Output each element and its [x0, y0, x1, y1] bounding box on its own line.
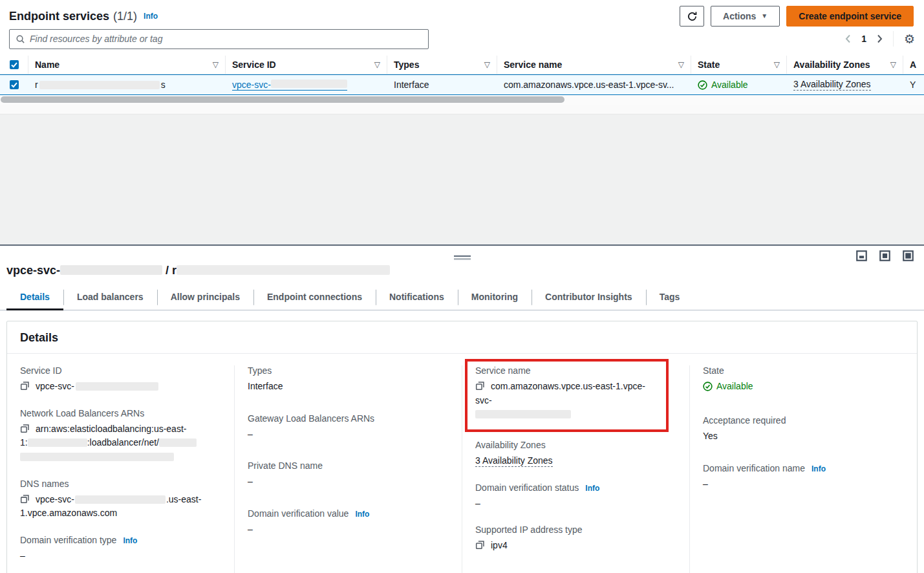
column-header-state[interactable]: State ▽: [691, 56, 787, 74]
table-settings-gear-icon[interactable]: ⚙: [904, 33, 915, 45]
field-label: Supported IP address type: [475, 524, 676, 535]
panel-size-medium-icon[interactable]: [879, 250, 890, 261]
availability-zones-detail-trigger[interactable]: 3 Availability Zones: [475, 455, 553, 467]
horizontal-scrollbar-thumb[interactable]: [1, 96, 564, 103]
filter-icon[interactable]: ▽: [678, 60, 684, 69]
column-header-name[interactable]: Name ▽: [28, 56, 226, 74]
tab-monitoring[interactable]: Monitoring: [458, 286, 532, 310]
search-box[interactable]: [9, 29, 429, 49]
field-value: –: [248, 475, 449, 489]
domain-verification-type-info-link[interactable]: Info: [123, 536, 137, 545]
redacted-service-name-tail: [475, 410, 571, 418]
domain-verification-value-info-link[interactable]: Info: [355, 510, 369, 519]
empty-background-area: [0, 114, 924, 244]
details-column-1: Service ID vpce-svc- Network Load Balanc…: [7, 365, 234, 573]
field-state: State Available: [703, 365, 904, 396]
tab-notifications[interactable]: Notifications: [376, 286, 458, 310]
filter-icon[interactable]: ▽: [213, 60, 219, 69]
nlb-arn-line2-prefix: 1:: [20, 437, 28, 448]
refresh-button[interactable]: [680, 6, 704, 27]
service-id-link[interactable]: vpce-svc-: [232, 80, 347, 91]
tab-load-balancers[interactable]: Load balancers: [63, 286, 157, 310]
table-row[interactable]: r s vpce-svc- Interface com.amazonaws.vp…: [0, 74, 924, 95]
copy-icon[interactable]: [475, 381, 485, 391]
field-availability-zones: Availability Zones 3 Availability Zones: [475, 440, 676, 468]
field-label: Private DNS name: [248, 460, 449, 471]
domain-verification-name-info-link[interactable]: Info: [811, 464, 826, 473]
field-value: Yes: [703, 429, 904, 444]
field-label: Service ID: [20, 365, 221, 376]
copy-icon[interactable]: [20, 424, 30, 433]
row-service-id-cell: vpce-svc-: [226, 80, 387, 91]
details-column-3: Service name com.amazonaws.vpce.us-east-…: [462, 365, 689, 573]
filter-icon[interactable]: ▽: [774, 60, 780, 69]
copy-icon[interactable]: [475, 540, 485, 550]
copy-icon[interactable]: [20, 381, 30, 391]
field-label: Gateway Load Balancers ARNs: [248, 413, 449, 424]
field-domain-verification-value: Domain verification value Info –: [248, 508, 449, 537]
detail-split-panel: vpce-svc- / r Details Load balancers All…: [0, 244, 924, 562]
field-label: Types: [248, 365, 449, 376]
tab-details[interactable]: Details: [6, 286, 63, 310]
previous-page-icon[interactable]: [845, 34, 851, 43]
select-all-checkbox[interactable]: [10, 60, 19, 69]
page-header: Endpoint services (1/1) Info Actions ▼ C…: [0, 0, 924, 28]
current-page-number[interactable]: 1: [861, 34, 866, 44]
field-label: Domain verification name: [703, 463, 805, 473]
tab-endpoint-connections[interactable]: Endpoint connections: [253, 286, 376, 310]
state-label: Available: [716, 380, 753, 394]
next-page-icon[interactable]: [877, 34, 883, 43]
nlb-arn-line2-mid: :loadbalancer/net/: [87, 437, 159, 448]
column-header-service-id[interactable]: Service ID ▽: [226, 56, 387, 74]
field-domain-verification-status: Domain verification status Info –: [475, 482, 676, 511]
redacted-arn-tail: [20, 453, 174, 461]
row-availability-zones-cell: 3 Availability Zones: [787, 79, 903, 91]
filter-icon[interactable]: ▽: [374, 60, 380, 69]
field-label: Acceptance required: [703, 415, 904, 426]
actions-button[interactable]: Actions ▼: [711, 6, 780, 27]
panel-size-large-icon[interactable]: [903, 250, 914, 261]
row-select-cell: [0, 80, 28, 89]
column-header-service-name[interactable]: Service name ▽: [497, 56, 691, 74]
caret-down-icon: ▼: [761, 13, 768, 19]
filter-icon[interactable]: ▽: [484, 60, 490, 69]
column-header-types[interactable]: Types ▽: [387, 56, 497, 74]
details-section-title: Details: [7, 321, 917, 354]
search-input[interactable]: [30, 34, 422, 44]
create-endpoint-service-button[interactable]: Create endpoint service: [786, 6, 914, 27]
filter-icon[interactable]: ▽: [890, 60, 896, 69]
search-row: 1 ⚙: [0, 28, 924, 56]
panel-title-name-prefix: r: [172, 264, 177, 277]
service-id-prefix: vpce-svc-: [232, 80, 271, 90]
dns-name-mid: .us-east-: [166, 494, 201, 504]
field-service-id: Service ID vpce-svc-: [20, 365, 221, 394]
field-value: –: [20, 549, 221, 563]
domain-verification-status-info-link[interactable]: Info: [585, 484, 599, 493]
page-title: Endpoint services: [9, 10, 109, 23]
state-badge: Available: [698, 80, 748, 90]
panel-size-small-icon[interactable]: [856, 250, 867, 261]
redacted-name: [39, 81, 160, 89]
field-label: State: [703, 365, 904, 376]
field-label: Domain verification type: [20, 535, 116, 545]
column-header-acceptance-cutoff[interactable]: A: [903, 56, 924, 74]
field-label: Domain verification status: [475, 482, 579, 493]
field-label: Availability Zones: [475, 440, 676, 450]
tab-contributor-insights[interactable]: Contributor Insights: [532, 286, 646, 310]
copy-icon[interactable]: [20, 494, 30, 504]
tab-tags[interactable]: Tags: [646, 286, 694, 310]
availability-zones-popover-trigger[interactable]: 3 Availability Zones: [793, 79, 871, 91]
refresh-icon: [687, 11, 698, 22]
field-label: DNS names: [20, 479, 221, 489]
row-checkbox[interactable]: [10, 80, 19, 89]
field-dns-names: DNS names vpce-svc-.us-east- 1.vpce.amaz…: [20, 479, 221, 521]
panel-drag-handle-icon[interactable]: [454, 255, 471, 260]
pagination-divider: [893, 31, 894, 47]
row-name-suffix: s: [161, 80, 166, 90]
column-label: Name: [35, 59, 59, 70]
column-header-availability-zones[interactable]: Availability Zones ▽: [787, 56, 903, 74]
row-service-name-cell: com.amazonaws.vpce.us-east-1.vpce-sv...: [497, 80, 691, 90]
field-label: Service name: [475, 365, 658, 376]
header-info-link[interactable]: Info: [144, 12, 158, 21]
tab-allow-principals[interactable]: Allow principals: [157, 286, 253, 310]
